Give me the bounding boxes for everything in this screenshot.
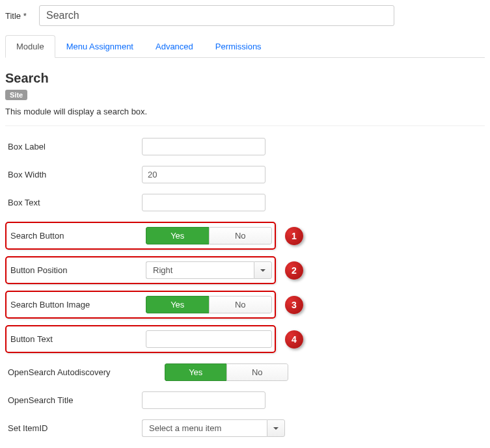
callout-3: 3	[285, 296, 303, 314]
field-box-text: Box Text	[5, 194, 485, 211]
highlight-button-text: Button Text 4	[5, 325, 276, 353]
field-opensearch-autodiscovery: OpenSearch Autodiscovery Yes No	[5, 363, 485, 381]
module-heading: Search	[5, 71, 485, 86]
box-text-input[interactable]	[142, 194, 265, 211]
box-width-label: Box Width	[5, 170, 142, 179]
set-itemid-select[interactable]: Select a menu item	[142, 419, 285, 437]
module-description: This module will display a search box.	[5, 107, 485, 116]
tab-module[interactable]: Module	[5, 35, 55, 58]
highlight-search-button-image: Search Button Image Yes No 3	[5, 291, 276, 319]
tab-advanced[interactable]: Advanced	[144, 35, 204, 58]
field-opensearch-title: OpenSearch Title	[5, 391, 485, 409]
set-itemid-label: Set ItemID	[5, 423, 142, 433]
set-itemid-caret[interactable]	[267, 419, 285, 437]
tab-menu-assignment[interactable]: Menu Assignment	[55, 35, 144, 58]
chevron-down-icon	[260, 269, 265, 272]
search-button-no[interactable]: No	[209, 227, 273, 244]
search-button-image-toggle: Yes No	[146, 296, 272, 313]
box-label-label: Box Label	[5, 142, 142, 152]
box-label-input[interactable]	[142, 138, 265, 155]
tab-permissions[interactable]: Permissions	[204, 35, 273, 58]
button-position-value: Right	[146, 261, 254, 279]
tabs-bar: Module Menu Assignment Advanced Permissi…	[5, 35, 485, 58]
callout-4: 4	[285, 330, 303, 349]
search-button-yes[interactable]: Yes	[146, 227, 209, 244]
box-text-label: Box Text	[5, 198, 142, 207]
opensearch-auto-toggle: Yes No	[165, 363, 288, 381]
opensearch-title-input[interactable]	[142, 391, 265, 409]
opensearch-auto-yes[interactable]: Yes	[165, 363, 226, 381]
opensearch-auto-label: OpenSearch Autodiscovery	[5, 367, 165, 377]
box-width-input[interactable]	[142, 166, 265, 183]
button-text-input[interactable]	[146, 330, 272, 348]
search-button-label: Search Button	[9, 231, 146, 241]
opensearch-auto-no[interactable]: No	[226, 363, 289, 381]
search-button-image-no[interactable]: No	[209, 296, 273, 313]
separator	[5, 125, 485, 126]
search-button-image-yes[interactable]: Yes	[146, 296, 209, 313]
chevron-down-icon	[273, 427, 279, 430]
opensearch-title-label: OpenSearch Title	[5, 395, 142, 405]
title-row: Title *	[5, 5, 485, 26]
title-label: Title *	[5, 11, 31, 21]
field-box-label: Box Label	[5, 138, 485, 155]
search-button-image-label: Search Button Image	[9, 300, 146, 310]
set-itemid-value: Select a menu item	[142, 419, 267, 437]
button-position-select[interactable]: Right	[146, 261, 272, 279]
title-input[interactable]	[39, 5, 394, 26]
callout-1: 1	[285, 227, 303, 245]
field-box-width: Box Width	[5, 166, 485, 183]
button-position-caret[interactable]	[254, 261, 272, 279]
field-set-itemid: Set ItemID Select a menu item	[5, 419, 485, 437]
callout-2: 2	[285, 261, 303, 280]
site-badge: Site	[5, 90, 27, 100]
highlight-search-button: Search Button Yes No 1	[5, 222, 276, 250]
button-text-label: Button Text	[9, 334, 146, 344]
highlight-button-position: Button Position Right 2	[5, 256, 276, 284]
search-button-toggle: Yes No	[146, 227, 272, 244]
button-position-label: Button Position	[9, 265, 146, 275]
